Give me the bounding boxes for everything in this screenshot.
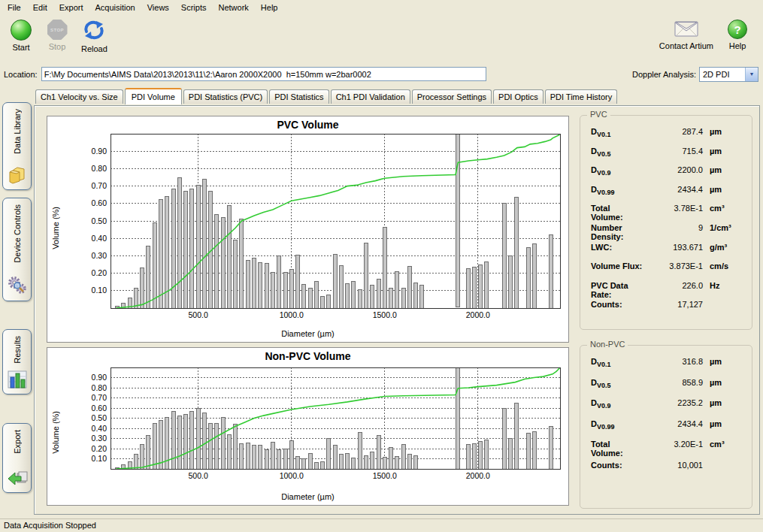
stat-label: DV0.99 <box>591 419 644 431</box>
svg-text:0.50: 0.50 <box>92 216 107 225</box>
svg-text:1500.0: 1500.0 <box>373 471 397 480</box>
stat-label: Number Density: <box>591 223 644 241</box>
sidebar-item-data-library[interactable]: Data Library <box>2 102 32 190</box>
location-row: Location: Doppler Analysis: 2D PDI ▼ <box>0 64 763 84</box>
tab-ch1-velocity-vs-size[interactable]: Ch1 Velocity vs. Size <box>35 89 123 104</box>
stat-row: Counts:17,127 <box>580 300 752 319</box>
stat-unit: Hz <box>710 281 744 290</box>
tab-pdi-volume[interactable]: PDI Volume <box>125 88 182 104</box>
svg-text:0.60: 0.60 <box>92 404 107 413</box>
cumulative-line <box>116 135 559 308</box>
stat-value: 858.9 <box>644 378 703 387</box>
contact-artium-button[interactable]: Contact Artium <box>656 17 716 53</box>
stat-value: 193.671 <box>644 243 703 252</box>
stat-row: DV0.1316.8µm <box>580 357 752 378</box>
stat-row: Counts:10,001 <box>580 461 752 482</box>
stat-label: Volume Flux: <box>591 261 644 271</box>
toolbar-left-group: Start STOP Stop Reload <box>6 17 111 56</box>
menu-scripts[interactable]: Scripts <box>175 2 213 14</box>
menu-bar: FileEditExportAcquisitionViewsScriptsNet… <box>0 0 763 14</box>
menu-views[interactable]: Views <box>141 2 175 14</box>
stat-row: DV0.992434.4µm <box>580 185 752 204</box>
stat-label: DV0.9 <box>591 165 644 177</box>
stat-unit: 1/cm³ <box>710 223 744 232</box>
menu-network[interactable]: Network <box>212 2 254 14</box>
help-button[interactable]: ? Help <box>722 17 752 53</box>
stat-value: 2434.4 <box>644 419 703 428</box>
svg-text:0.10: 0.10 <box>92 286 107 295</box>
reload-label: Reload <box>81 45 107 53</box>
stat-label: Total Volume: <box>591 440 644 458</box>
start-button[interactable]: Start <box>6 17 36 56</box>
svg-text:0.40: 0.40 <box>92 424 107 433</box>
sidebar-item-results[interactable]: Results <box>2 329 32 394</box>
stat-row: Total Volume:3.78E-1cm³ <box>580 204 752 223</box>
non-pvc-stats-groupbox: Non-PVC DV0.1316.8µmDV0.5858.9µmDV0.9223… <box>580 345 752 509</box>
reload-button[interactable]: Reload <box>78 17 111 56</box>
sidebar-item-label: Export <box>13 430 22 454</box>
stat-label: Counts: <box>591 300 644 309</box>
x-axis-label: Diameter (µm) <box>47 492 568 501</box>
menu-acquisition[interactable]: Acquisition <box>89 2 141 14</box>
stat-unit: cm/s <box>710 261 744 271</box>
doppler-analysis-select[interactable]: 2D PDI ▼ <box>699 67 758 82</box>
tab-area: Ch1 Velocity vs. SizePDI VolumePDI Stati… <box>34 84 760 518</box>
stat-row: DV0.5715.4µm <box>580 147 752 166</box>
stat-value: 2235.2 <box>644 398 703 407</box>
stat-label: DV0.1 <box>591 127 644 138</box>
stat-value: 2200.0 <box>644 165 703 174</box>
stat-row: DV0.92200.0µm <box>580 165 752 185</box>
y-axis-label: Volume (%) <box>51 411 60 454</box>
stat-unit: cm³ <box>710 204 744 213</box>
svg-text:0.50: 0.50 <box>92 413 107 422</box>
stat-row: Number Density:91/cm³ <box>580 223 752 243</box>
envelope-icon <box>674 20 698 39</box>
toolbar-right-group: Contact Artium ? Help <box>656 17 752 53</box>
status-bar: Data Acquisition Stopped <box>0 518 763 532</box>
svg-text:0.90: 0.90 <box>92 147 107 156</box>
svg-text:0.30: 0.30 <box>92 434 107 443</box>
toolbar: Start STOP Stop Reload <box>0 14 763 64</box>
sidebar-item-label: Device Controls <box>13 204 22 263</box>
stat-unit: µm <box>710 398 744 407</box>
export-icon <box>7 470 28 488</box>
stat-unit: µm <box>710 127 744 136</box>
main-area: Data LibraryDevice ControlsResultsExport… <box>0 84 763 518</box>
menu-file[interactable]: File <box>2 2 27 14</box>
svg-text:0.20: 0.20 <box>92 268 107 277</box>
location-input[interactable] <box>41 67 486 81</box>
menu-export[interactable]: Export <box>53 2 89 14</box>
svg-text:0.20: 0.20 <box>92 444 107 453</box>
stat-row: Total Volume:3.20E-1cm³ <box>580 440 752 461</box>
sidebar-item-device-controls[interactable]: Device Controls <box>2 198 32 301</box>
stat-label: DV0.99 <box>591 185 644 196</box>
stat-label: LWC: <box>591 243 644 252</box>
sidebar-item-export[interactable]: Export <box>2 423 32 493</box>
tab-pdi-statistics[interactable]: PDI Statistics <box>269 89 329 104</box>
stat-value: 316.8 <box>644 357 703 366</box>
tab-pdi-statistics-pvc-[interactable]: PDI Statistics (PVC) <box>183 89 268 104</box>
tab-processor-settings[interactable]: Processor Settings <box>412 89 492 104</box>
menu-help[interactable]: Help <box>255 2 284 14</box>
histogram-bars <box>116 131 553 308</box>
y-axis-label: Volume (%) <box>51 207 60 249</box>
help-label: Help <box>729 42 746 50</box>
tab-ch1-pdi-validation[interactable]: Ch1 PDI Validation <box>331 89 410 104</box>
stat-unit: µm <box>710 357 744 366</box>
location-label: Location: <box>4 70 38 79</box>
tab-pdi-time-history[interactable]: PDI Time History <box>545 89 618 104</box>
pvc-volume-chart: PVC Volume Volume (%) 0.100.200.300.400.… <box>47 116 569 343</box>
stat-row: DV0.5858.9µm <box>580 378 752 399</box>
stop-button[interactable]: STOP Stop <box>42 17 72 56</box>
menu-edit[interactable]: Edit <box>27 2 53 14</box>
tab-pdi-optics[interactable]: PDI Optics <box>493 89 543 104</box>
chevron-down-icon[interactable]: ▼ <box>745 68 758 81</box>
chart-title: Non-PVC Volume <box>47 350 568 362</box>
chart-title: PVC Volume <box>47 119 568 131</box>
doppler-analysis-value: 2D PDI <box>700 70 745 79</box>
stat-row: Volume Flux:3.873E-1cm/s <box>580 261 752 281</box>
stat-label: Total Volume: <box>591 204 644 222</box>
stat-row: DV0.992434.4µm <box>580 419 752 440</box>
stat-unit: µm <box>710 165 744 174</box>
svg-text:2000.0: 2000.0 <box>466 471 490 480</box>
